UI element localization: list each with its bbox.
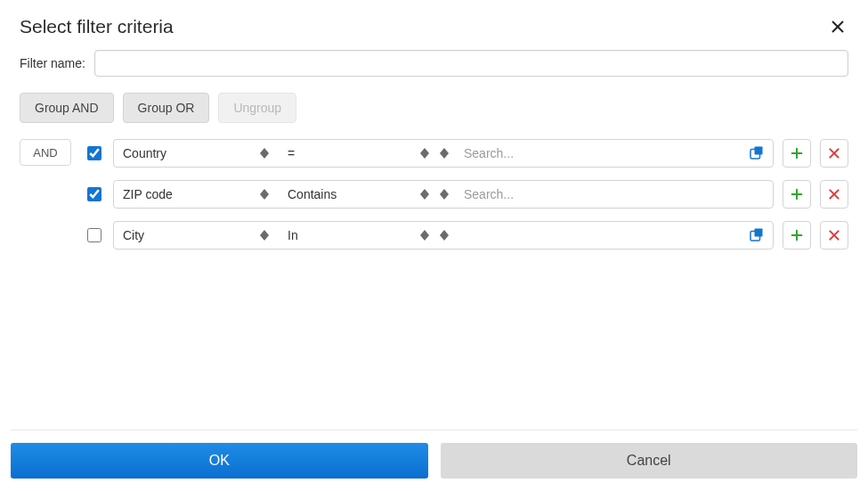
plus-icon (790, 187, 804, 201)
filter-name-row: Filter name: (20, 50, 848, 77)
close-icon (827, 187, 841, 201)
sort-icon (439, 146, 450, 160)
value-input[interactable] (455, 181, 773, 208)
svg-marker-11 (260, 194, 269, 200)
dialog-footer: OK Cancel (11, 430, 857, 479)
ungroup-button: Ungroup (218, 93, 296, 123)
svg-rect-9 (755, 147, 763, 155)
group-and-button[interactable]: Group AND (20, 93, 114, 123)
remove-row-button[interactable] (820, 180, 848, 209)
open-external-icon (748, 227, 764, 243)
combinator-pill[interactable]: AND (20, 139, 71, 166)
criteria-bar: City In (113, 221, 774, 250)
close-icon (827, 146, 841, 160)
cancel-button[interactable]: Cancel (441, 443, 858, 479)
operator-select-label: In (288, 228, 298, 242)
open-external-icon (748, 145, 764, 161)
sort-icon (259, 228, 270, 242)
group-or-button[interactable]: Group OR (123, 93, 210, 123)
row-checkbox[interactable] (87, 228, 101, 242)
operator-select[interactable]: Contains (279, 181, 439, 208)
svg-marker-19 (420, 235, 429, 241)
svg-marker-3 (260, 153, 269, 159)
sort-icon (419, 146, 430, 160)
field-select-label: Country (123, 146, 166, 160)
criteria-bar: Country = (113, 139, 774, 168)
svg-rect-23 (755, 229, 763, 237)
sort-icon (439, 228, 450, 242)
field-select-label: ZIP code (123, 187, 173, 201)
sort-icon (439, 187, 450, 201)
field-select-label: City (123, 228, 144, 242)
svg-marker-21 (440, 235, 449, 241)
close-icon (830, 19, 846, 35)
criteria-area: AND Country = (20, 139, 848, 262)
value-input[interactable] (455, 222, 739, 249)
sort-icon (259, 146, 270, 160)
svg-marker-13 (420, 194, 429, 200)
operator-select-label: = (288, 146, 295, 160)
dialog-title: Select filter criteria (20, 16, 174, 37)
row-checkbox[interactable] (87, 146, 101, 160)
filter-name-input[interactable] (94, 50, 848, 77)
field-select[interactable]: City (114, 222, 279, 249)
value-input[interactable] (455, 140, 739, 167)
operator-select-label: Contains (288, 187, 337, 201)
field-select[interactable]: Country (114, 140, 279, 167)
filter-name-label: Filter name: (20, 56, 85, 70)
sort-icon (419, 228, 430, 242)
dialog-header: Select filter criteria (20, 16, 848, 37)
open-lookup-button[interactable] (739, 222, 773, 249)
criteria-row: ZIP code Contains (84, 180, 848, 209)
plus-icon (790, 146, 804, 160)
criteria-row: Country = (84, 139, 848, 168)
add-row-button[interactable] (783, 180, 811, 209)
value-input-wrap (455, 140, 739, 167)
svg-marker-7 (440, 153, 449, 159)
svg-marker-17 (260, 235, 269, 241)
add-row-button[interactable] (783, 221, 811, 250)
close-button[interactable] (827, 16, 848, 37)
field-select[interactable]: ZIP code (114, 181, 279, 208)
svg-marker-15 (440, 194, 449, 200)
sort-icon (259, 187, 270, 201)
operator-select[interactable]: In (279, 222, 439, 249)
value-input-wrap (455, 181, 773, 208)
sort-icon (419, 187, 430, 201)
operator-select[interactable]: = (279, 140, 439, 167)
criteria-row: City In (84, 221, 848, 250)
value-input-wrap (455, 222, 739, 249)
add-row-button[interactable] (783, 139, 811, 168)
close-icon (827, 228, 841, 242)
ok-button[interactable]: OK (11, 443, 428, 479)
svg-marker-5 (420, 153, 429, 159)
criteria-rows: Country = (84, 139, 848, 262)
filter-dialog: Select filter criteria Filter name: Grou… (0, 0, 868, 262)
row-checkbox[interactable] (87, 187, 101, 201)
criteria-bar: ZIP code Contains (113, 180, 774, 209)
remove-row-button[interactable] (820, 221, 848, 250)
plus-icon (790, 228, 804, 242)
remove-row-button[interactable] (820, 139, 848, 168)
open-lookup-button[interactable] (739, 140, 773, 167)
group-buttons: Group AND Group OR Ungroup (20, 93, 848, 123)
